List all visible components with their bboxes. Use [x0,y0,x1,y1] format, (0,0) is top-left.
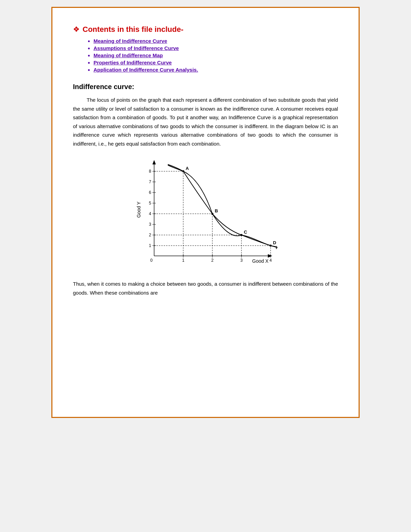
list-item: Application of Indifference Curve Analys… [94,67,338,73]
ic-chart-container: Good Y Good X 1 2 3 4 5 6 7 [134,155,277,273]
y-tick-4: 4 [149,211,151,216]
contents-list: Meaning of Indifference Curve Assumption… [73,38,338,73]
diamond-icon: ❖ [73,25,80,34]
contents-header: ❖ Contents in this file include- [73,25,338,34]
ic-label: IC [276,245,277,250]
label-C: C [244,230,247,235]
point-B [211,213,213,215]
page: ❖ Contents in this file include- Meaning… [51,7,360,418]
x-axis-label: Good X [252,258,269,264]
x-tick-3: 3 [240,258,243,263]
x-tick-2: 2 [211,258,214,263]
label-D: D [273,240,276,245]
origin-label: 0 [150,258,153,263]
y-tick-3: 3 [149,222,151,227]
body-paragraph-2: Thus, when it comes to making a choice b… [73,280,338,297]
y-tick-7: 7 [149,180,151,184]
y-tick-8: 8 [149,169,151,174]
list-item: Meaning of Indifference Map [94,52,338,58]
y-tick-1: 1 [149,243,151,248]
point-D [270,245,272,247]
point-A [182,170,184,172]
section-title: Indifference curve: [73,83,338,91]
list-item: Meaning of Indifference Curve [94,38,338,44]
label-B: B [215,208,218,213]
svg-marker-3 [268,254,272,258]
x-tick-4: 4 [270,258,272,263]
body-paragraph-1: The locus of points on the graph that ea… [73,96,338,148]
x-tick-1: 1 [182,258,185,263]
ic-chart: Good Y Good X 1 2 3 4 5 6 7 [134,155,277,271]
label-A: A [186,166,189,171]
list-item: Assumptions of Indifference Curve [94,45,338,51]
y-axis-label: Good Y [136,201,141,218]
y-tick-6: 6 [149,190,151,195]
y-tick-2: 2 [149,233,151,237]
y-tick-5: 5 [149,201,151,206]
contents-title: Contents in this file include- [83,25,184,34]
point-C [240,234,242,236]
list-item: Properties of Indifference Curve [94,60,338,65]
svg-marker-2 [152,160,156,164]
